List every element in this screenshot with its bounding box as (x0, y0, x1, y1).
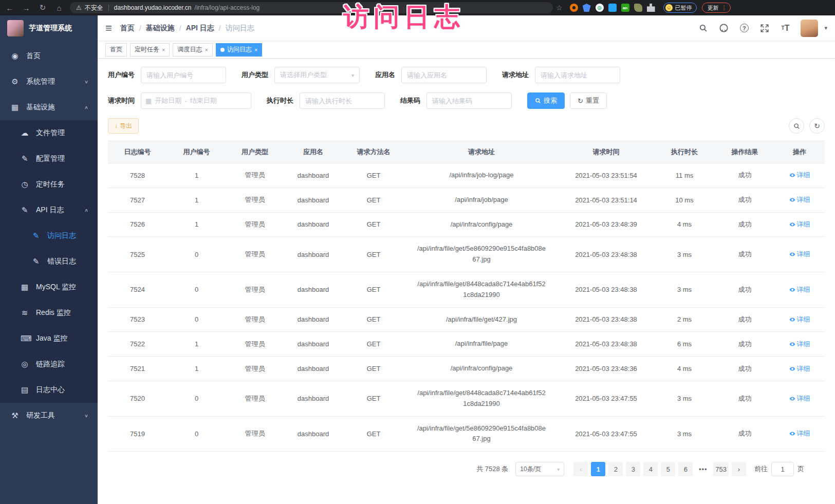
sidebar-item-文件管理[interactable]: ☁文件管理 (0, 120, 98, 146)
request-url-cell: /api/infra/file/get/427.jpg (404, 307, 559, 332)
update-label: 更新 (708, 4, 719, 12)
page-number-list: 123456•••753 (591, 462, 729, 476)
user-avatar[interactable] (801, 20, 818, 37)
sidebar-item-label: API 日志 (36, 206, 64, 215)
app-name-input[interactable] (401, 67, 487, 83)
github-icon[interactable] (718, 23, 729, 33)
sidebar-item-基础设施[interactable]: ▦基础设施∧ (0, 95, 98, 120)
sidebar-item-MySQL 监控[interactable]: ▦MySQL 监控 (0, 274, 98, 300)
sidebar-item-label: 系统管理 (26, 77, 55, 86)
goto-page-input[interactable] (771, 462, 794, 476)
help-icon[interactable]: ? (739, 23, 749, 33)
detail-link[interactable]: 详细 (789, 250, 810, 259)
sidebar-item-Redis 监控[interactable]: ≋Redis 监控 (0, 300, 98, 326)
detail-link[interactable]: 详细 (789, 220, 810, 229)
sidebar-item-定时任务[interactable]: ◷定时任务 (0, 172, 98, 197)
hamburger-menu-icon[interactable]: ≡ (105, 23, 112, 34)
detail-link[interactable]: 详细 (789, 364, 810, 374)
detail-link[interactable]: 详细 (789, 429, 810, 438)
browser-update-button[interactable]: 更新 ⋮ (702, 3, 731, 13)
sidebar-item-配置管理[interactable]: ✎配置管理 (0, 146, 98, 172)
extension-wechat-icon[interactable]: ⊙ (596, 4, 604, 12)
result-code-input[interactable] (426, 92, 512, 109)
sidebar-item-日志中心[interactable]: ▤日志中心 (0, 377, 98, 403)
extension-shield-icon[interactable] (583, 4, 591, 12)
request-url-input[interactable] (535, 67, 620, 83)
breadcrumb-item-API 日志[interactable]: API 日志 (186, 24, 214, 33)
table-cell: GET (343, 357, 404, 381)
sidebar-item-系统管理[interactable]: ⚙系统管理∨ (0, 69, 98, 95)
browser-forward-icon[interactable]: → (21, 4, 32, 12)
tab-调度日志[interactable]: 调度日志× (173, 43, 212, 57)
table-cell: 2021-05-03 23:48:38 (559, 272, 654, 307)
table-cell: 0 (167, 307, 226, 332)
tab-定时任务[interactable]: 定时任务× (130, 43, 170, 57)
tab-首页[interactable]: 首页 (105, 43, 127, 57)
bookmark-star-icon[interactable]: ☆ (556, 4, 563, 12)
extension-puzzle-icon[interactable] (608, 4, 617, 12)
tab-访问日志[interactable]: 访问日志× (216, 43, 262, 57)
tab-close-icon[interactable]: × (205, 47, 208, 53)
detail-link-label: 详细 (797, 340, 810, 349)
extension-an-icon[interactable]: an (621, 4, 629, 12)
detail-link[interactable]: 详细 (789, 171, 810, 180)
extension-generic-icon[interactable] (647, 4, 655, 12)
browser-menu-dots-icon[interactable]: ⋮ (721, 5, 727, 11)
sidebar-item-Java 监控[interactable]: ⌨Java 监控 (0, 326, 98, 351)
app-logo[interactable]: 芋道管理系统 (0, 15, 98, 41)
page-button-5[interactable]: 5 (661, 462, 675, 476)
extension-leaf-icon[interactable] (634, 4, 642, 12)
sidebar-item-错误日志[interactable]: ✎错误日志 (0, 249, 98, 274)
browser-home-icon[interactable]: ⌂ (53, 4, 65, 12)
search-icon[interactable] (698, 23, 708, 33)
duration-input[interactable] (300, 92, 385, 109)
fullscreen-icon[interactable] (759, 23, 770, 33)
detail-link[interactable]: 详细 (789, 195, 810, 204)
url-divider (108, 5, 109, 11)
sidebar-item-链路追踪[interactable]: ◎链路追踪 (0, 351, 98, 377)
detail-link[interactable]: 详细 (789, 315, 810, 324)
table-cell: 管理员 (226, 237, 284, 272)
page-button-3[interactable]: 3 (626, 462, 640, 476)
page-button-2[interactable]: 2 (608, 462, 623, 476)
page-button-6[interactable]: 6 (678, 462, 693, 476)
breadcrumb-item-基础设施[interactable]: 基础设施 (146, 24, 175, 33)
sidebar-item-研发工具[interactable]: ⚒研发工具∨ (0, 403, 98, 428)
prev-page-button[interactable]: ‹ (573, 462, 588, 476)
reset-button[interactable]: ↻ 重置 (570, 92, 607, 109)
user-type-select[interactable]: 请选择用户类型 ▾ (274, 67, 360, 83)
app-title: 芋道管理系统 (29, 24, 72, 33)
table-refresh-button[interactable]: ↻ (809, 118, 825, 134)
profile-paused-badge[interactable]: ☺ 已暂停 (663, 3, 697, 13)
page-button-753[interactable]: 753 (713, 462, 729, 476)
sidebar-item-API 日志[interactable]: ✎API 日志∧ (0, 197, 98, 223)
search-button[interactable]: 搜索 (527, 92, 565, 109)
page-size-select[interactable]: 10条/页 ▾ (515, 462, 564, 476)
sidebar-item-访问日志[interactable]: ✎访问日志 (0, 223, 98, 249)
export-button[interactable]: ↓ 导出 (108, 118, 139, 134)
date-range-picker[interactable]: ▦ 开始日期 - 结束日期 (141, 92, 251, 109)
browser-reload-icon[interactable]: ↻ (37, 3, 48, 12)
page-button-4[interactable]: 4 (643, 462, 658, 476)
detail-link[interactable]: 详细 (789, 394, 810, 403)
tab-close-icon[interactable]: × (254, 47, 257, 53)
user-id-input[interactable] (141, 67, 226, 83)
table-cell: 2 ms (654, 307, 715, 332)
tab-close-icon[interactable]: × (162, 47, 165, 53)
access-log-table: 日志编号用户编号用户类型应用名请求方法名请求地址请求时间执行时长操作结果操作 7… (108, 141, 825, 452)
table-cell: 成功 (715, 381, 774, 416)
table-cell: 3 ms (654, 237, 715, 272)
table-search-toggle-button[interactable] (789, 118, 804, 134)
table-cell: 2021-05-03 23:48:38 (559, 237, 654, 272)
detail-link[interactable]: 详细 (789, 285, 810, 294)
user-menu-caret-icon[interactable]: ▾ (824, 25, 827, 31)
detail-link[interactable]: 详细 (789, 340, 810, 349)
page-button-1[interactable]: 1 (591, 462, 605, 476)
next-page-button[interactable]: › (732, 462, 746, 476)
extension-donut-icon[interactable] (570, 4, 578, 12)
address-bar[interactable]: ⚠ 不安全 dashboard.yudao.iocoder.cn/infra/l… (70, 2, 553, 13)
browser-back-icon[interactable]: ← (4, 4, 15, 12)
font-size-icon[interactable]: TT (780, 23, 790, 33)
sidebar-item-首页[interactable]: ◉首页 (0, 43, 98, 69)
breadcrumb-item-首页[interactable]: 首页 (120, 24, 135, 33)
